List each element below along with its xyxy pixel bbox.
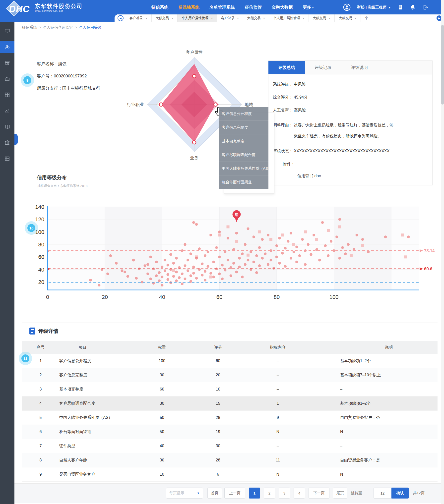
close-icon[interactable]: ×: [263, 16, 265, 20]
table-row[interactable]: 8自然人客户年龄302811自由贸易业务客户：是: [22, 453, 438, 467]
breadcrumb-item[interactable]: 个人信用等级: [79, 25, 102, 29]
sidebar-item-user-edit[interactable]: [0, 41, 14, 53]
next-page-button[interactable]: 下一页: [309, 488, 329, 499]
table-row[interactable]: 4客户尽职调查配合度30151基本项缺项1–2个: [22, 396, 438, 411]
attachment-file[interactable]: 信用背书.doc: [273, 170, 432, 181]
table-row[interactable]: 5中国大陆业务关系性质（AS）50289自由贸易业务客户：否: [22, 411, 438, 425]
radar-vertex-marker[interactable]: [192, 141, 196, 144]
bell-icon[interactable]: [410, 4, 416, 10]
scatter-point: [361, 238, 364, 241]
breadcrumb-item[interactable]: 征信系统: [22, 25, 37, 29]
first-page-button[interactable]: 首页: [207, 488, 222, 499]
scatter-point: [232, 262, 235, 265]
last-page-button[interactable]: 尾页: [333, 488, 347, 499]
tab-个人用户属性管理[interactable]: 个人用户属性管理×: [178, 14, 217, 22]
scatter-point: [106, 273, 109, 275]
logo-abbr: DHC: [9, 4, 30, 14]
tab-scroll-left-icon[interactable]: ◀: [118, 15, 124, 21]
scatter-point: [175, 279, 178, 282]
table-cell: 7: [22, 444, 59, 448]
tab-大额交易[interactable]: 大额交易×: [309, 14, 335, 22]
table-row[interactable]: 3基本项完整度6010––: [22, 382, 438, 396]
panel-tab-评级记录[interactable]: 评级记录: [305, 61, 341, 74]
table-cell: –: [258, 444, 297, 448]
tab-大额交易[interactable]: 大额交易×: [335, 14, 361, 22]
close-icon[interactable]: ×: [355, 16, 357, 20]
close-icon[interactable]: ×: [211, 16, 213, 20]
page-button-2[interactable]: 2: [264, 488, 275, 499]
user-avatar[interactable]: [343, 3, 351, 11]
scrollbar-thumb[interactable]: [441, 25, 444, 105]
close-icon[interactable]: ×: [329, 16, 331, 20]
nav-item-反洗钱系统[interactable]: 反洗钱系统: [178, 4, 199, 10]
table-row[interactable]: 6柜台等面对面渠道5019NN: [22, 425, 438, 439]
close-icon[interactable]: ×: [145, 16, 147, 20]
scatter-point: [190, 252, 192, 255]
table-cell: –: [258, 373, 297, 377]
jump-to-input[interactable]: [374, 488, 391, 499]
tab-大额交易[interactable]: 大额交易×: [243, 14, 269, 22]
nav-item-征信系统[interactable]: 征信系统: [151, 4, 168, 10]
table-cell: 基本项缺项7–10个以上: [297, 373, 438, 378]
menu-item[interactable]: 客户信息公开程度: [219, 107, 268, 121]
sidebar-item-monitor[interactable]: [0, 25, 14, 37]
menu-item[interactable]: 客户信息完整度: [219, 121, 268, 134]
confirm-button[interactable]: 确认: [391, 488, 409, 499]
panel-tab-评级说明[interactable]: 评级说明: [341, 61, 378, 74]
sidebar-item-dashboard[interactable]: [0, 89, 14, 101]
logout-icon[interactable]: [422, 4, 428, 10]
tab-个[interactable]: 个: [361, 14, 373, 22]
clipboard-icon[interactable]: [397, 4, 403, 10]
breadcrumb-item[interactable]: 个人征信查询监管: [43, 25, 73, 29]
table-cell: 28: [178, 458, 258, 462]
close-icon[interactable]: ×: [303, 16, 305, 20]
close-icon[interactable]: ×: [172, 16, 174, 20]
table-row[interactable]: 9是否自贸区业务客户106NN: [22, 467, 438, 482]
sidebar-item-analytics[interactable]: [0, 105, 14, 116]
nav-item-金融大数据[interactable]: 金融大数据: [272, 4, 293, 10]
table-cell: 20: [178, 373, 258, 377]
table-row[interactable]: 2客户信息完整度3020–基本项缺项7–10个以上: [22, 368, 438, 382]
page-button-4[interactable]: 4: [294, 488, 305, 499]
table-cell: 19: [178, 430, 258, 434]
tab-大额交易[interactable]: 大额交易×: [152, 14, 178, 22]
scatter-point: [127, 275, 129, 278]
tab-客户补录[interactable]: 客户补录×: [217, 14, 243, 22]
manual-review-row: 人工复审： 高风险: [273, 104, 432, 117]
menu-item[interactable]: 柜台等面对面渠道: [219, 175, 268, 189]
page-button-3[interactable]: 3: [279, 488, 290, 499]
table-row[interactable]: 1客户信息公开程度10060–基本项缺项1–2个: [22, 354, 438, 368]
scatter-point: [195, 223, 198, 226]
scatter-square-point: [218, 233, 221, 236]
sidebar-item-bank[interactable]: [0, 137, 14, 148]
menu-item[interactable]: 基本项完整度: [219, 134, 268, 148]
nav-item-征信监管[interactable]: 征信监管: [245, 4, 262, 10]
scatter-point: [201, 274, 204, 277]
menu-item[interactable]: 中国大陆业务关系性质（AS）: [219, 162, 268, 175]
menu-item[interactable]: 客户尽职调查配合度: [219, 148, 268, 162]
prev-page-button[interactable]: 上一页: [224, 488, 245, 499]
scatter-square-point: [235, 240, 238, 243]
page-button-1[interactable]: 1: [249, 488, 260, 499]
table-row[interactable]: 7证件类型4030––: [22, 439, 438, 453]
sidebar-collapse-handle[interactable]: ‹: [14, 134, 18, 145]
tab-个人用户属性管理[interactable]: 个人用户属性管理×: [269, 14, 309, 22]
close-icon[interactable]: ×: [237, 16, 239, 20]
page-size-select[interactable]: 每页显示▼: [166, 488, 203, 499]
scatter-point: [149, 256, 152, 258]
scatter-point: [261, 257, 264, 260]
radar-vertex-marker[interactable]: [159, 103, 163, 106]
table-cell: 中国大陆业务关系性质（AS）: [59, 415, 146, 420]
sidebar-item-book[interactable]: [0, 121, 14, 132]
nav-item-名单管理系统[interactable]: 名单管理系统: [209, 4, 235, 10]
sidebar-item-briefcase[interactable]: [0, 73, 14, 85]
sidebar-item-archive[interactable]: [0, 57, 14, 69]
radar-vertex-marker[interactable]: [214, 103, 217, 106]
user-name[interactable]: 靳松 | 高级工程师 ▼: [357, 5, 391, 10]
radar-vertex-marker[interactable]: [192, 74, 196, 78]
panel-tab-评级总结[interactable]: 评级总结: [268, 61, 305, 74]
tab-客户补录[interactable]: 客户补录×: [126, 14, 152, 22]
nav-item-更多[interactable]: 更多▾: [303, 4, 314, 10]
sidebar-item-server[interactable]: [0, 153, 14, 164]
page-scrollbar[interactable]: [441, 0, 444, 504]
